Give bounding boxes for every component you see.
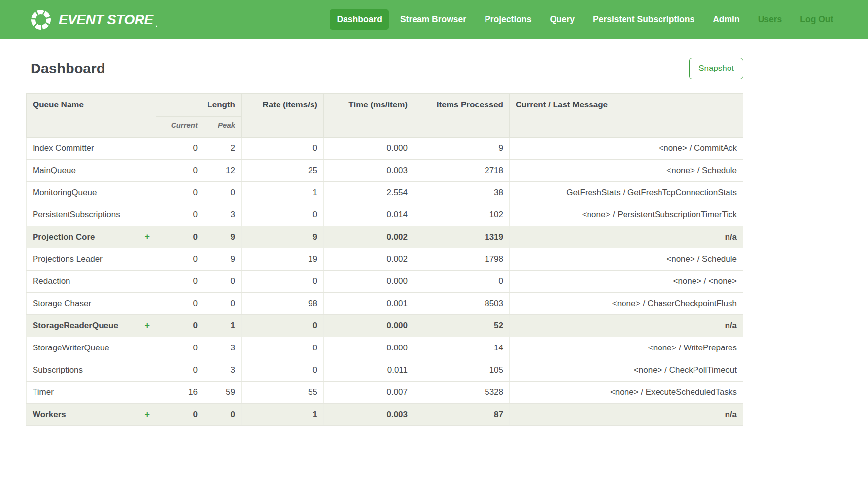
length-peak-cell: 59 bbox=[204, 382, 242, 404]
header-length: Length bbox=[156, 94, 242, 117]
header-time: Time (ms/item) bbox=[324, 94, 414, 138]
table-row: StorageReaderQueue+0100.00052n/a bbox=[27, 315, 743, 337]
queue-name-label: Projection Core bbox=[33, 232, 95, 242]
time-cell: 0.002 bbox=[324, 226, 414, 248]
nav-item-log-out[interactable]: Log Out bbox=[793, 9, 840, 30]
length-current-cell: 0 bbox=[156, 138, 204, 160]
header-peak: Peak bbox=[204, 117, 242, 138]
queue-name-cell: PersistentSubscriptions bbox=[27, 204, 156, 226]
header-current: Current bbox=[156, 117, 204, 138]
table-header: Queue Name Length Rate (items/s) Time (m… bbox=[27, 94, 743, 138]
top-navbar: EVENT STORE . DashboardStream BrowserPro… bbox=[0, 0, 868, 39]
time-cell: 0.000 bbox=[324, 138, 414, 160]
event-store-logo-icon bbox=[30, 8, 52, 31]
queue-name-cell: Storage Chaser bbox=[27, 293, 156, 315]
items-processed-cell: 52 bbox=[414, 315, 510, 337]
expand-plus-icon[interactable]: + bbox=[144, 321, 150, 330]
length-peak-cell: 3 bbox=[204, 204, 242, 226]
items-processed-cell: 105 bbox=[414, 359, 510, 382]
message-cell: <none> / Schedule bbox=[510, 248, 743, 271]
table-row: Subscriptions0300.011105<none> / CheckPo… bbox=[27, 359, 743, 382]
main-nav: DashboardStream BrowserProjectionsQueryP… bbox=[330, 9, 840, 30]
length-peak-cell: 9 bbox=[204, 248, 242, 271]
length-current-cell: 0 bbox=[156, 204, 204, 226]
items-processed-cell: 87 bbox=[414, 404, 510, 426]
expand-plus-icon[interactable]: + bbox=[144, 410, 150, 418]
message-cell: n/a bbox=[510, 315, 743, 337]
length-current-cell: 0 bbox=[156, 315, 204, 337]
length-current-cell: 0 bbox=[156, 337, 204, 359]
queue-name-cell: Projection Core+ bbox=[27, 226, 156, 248]
length-peak-cell: 3 bbox=[204, 359, 242, 382]
page-header: Dashboard Snapshot bbox=[26, 58, 743, 79]
table-row: Storage Chaser00980.0018503<none> / Chas… bbox=[27, 293, 743, 315]
queue-name-cell: StorageReaderQueue+ bbox=[27, 315, 156, 337]
queue-name-label: Projections Leader bbox=[33, 254, 103, 264]
rate-cell: 0 bbox=[242, 359, 324, 382]
queue-name-cell: Index Committer bbox=[27, 138, 156, 160]
dashboard-page: Dashboard Snapshot Queue Name Length Rat… bbox=[0, 39, 868, 426]
expand-plus-icon[interactable]: + bbox=[144, 232, 150, 241]
length-peak-cell: 12 bbox=[204, 160, 242, 182]
rate-cell: 0 bbox=[242, 337, 324, 359]
length-current-cell: 16 bbox=[156, 382, 204, 404]
table-row: Redaction0000.0000<none> / <none> bbox=[27, 271, 743, 293]
queue-name-cell: Workers+ bbox=[27, 404, 156, 426]
message-cell: <none> / WritePrepares bbox=[510, 337, 743, 359]
message-cell: <none> / <none> bbox=[510, 271, 743, 293]
message-cell: <none> / PersistentSubscriptionTimerTick bbox=[510, 204, 743, 226]
message-cell: n/a bbox=[510, 226, 743, 248]
rate-cell: 0 bbox=[242, 315, 324, 337]
queue-name-cell: MonitoringQueue bbox=[27, 182, 156, 204]
queue-name-label: MonitoringQueue bbox=[33, 188, 97, 197]
snapshot-button[interactable]: Snapshot bbox=[689, 58, 743, 79]
rate-cell: 9 bbox=[242, 226, 324, 248]
queue-stats-table: Queue Name Length Rate (items/s) Time (m… bbox=[26, 93, 743, 426]
queue-name-cell: StorageWriterQueue bbox=[27, 337, 156, 359]
event-store-logo-dot: . bbox=[156, 20, 158, 28]
queue-name-label: Timer bbox=[33, 387, 54, 397]
message-cell: GetFreshStats / GetFreshTcpConnectionSta… bbox=[510, 182, 743, 204]
rate-cell: 1 bbox=[242, 404, 324, 426]
time-cell: 0.002 bbox=[324, 248, 414, 271]
table-row: Projection Core+0990.0021319n/a bbox=[27, 226, 743, 248]
rate-cell: 19 bbox=[242, 248, 324, 271]
message-cell: <none> / Schedule bbox=[510, 160, 743, 182]
nav-item-admin[interactable]: Admin bbox=[706, 9, 746, 30]
nav-item-persistent-subscriptions[interactable]: Persistent Subscriptions bbox=[586, 9, 701, 30]
time-cell: 0.011 bbox=[324, 359, 414, 382]
nav-item-projections[interactable]: Projections bbox=[478, 9, 538, 30]
items-processed-cell: 102 bbox=[414, 204, 510, 226]
nav-item-dashboard[interactable]: Dashboard bbox=[330, 9, 388, 30]
queue-name-label: StorageWriterQueue bbox=[33, 343, 109, 352]
rate-cell: 25 bbox=[242, 160, 324, 182]
table-row: MainQueue012250.0032718<none> / Schedule bbox=[27, 160, 743, 182]
queue-name-label: MainQueue bbox=[33, 166, 76, 175]
event-store-logo[interactable]: EVENT STORE . bbox=[30, 8, 157, 31]
items-processed-cell: 2718 bbox=[414, 160, 510, 182]
time-cell: 0.003 bbox=[324, 404, 414, 426]
length-peak-cell: 3 bbox=[204, 337, 242, 359]
rate-cell: 98 bbox=[242, 293, 324, 315]
queue-name-cell: Projections Leader bbox=[27, 248, 156, 271]
table-row: Projections Leader09190.0021798<none> / … bbox=[27, 248, 743, 271]
length-current-cell: 0 bbox=[156, 182, 204, 204]
rate-cell: 1 bbox=[242, 182, 324, 204]
message-cell: <none> / ChaserCheckpointFlush bbox=[510, 293, 743, 315]
time-cell: 0.007 bbox=[324, 382, 414, 404]
message-cell: <none> / CommitAck bbox=[510, 138, 743, 160]
length-peak-cell: 0 bbox=[204, 404, 242, 426]
length-current-cell: 0 bbox=[156, 293, 204, 315]
rate-cell: 0 bbox=[242, 138, 324, 160]
items-processed-cell: 5328 bbox=[414, 382, 510, 404]
time-cell: 0.003 bbox=[324, 160, 414, 182]
header-queue-name: Queue Name bbox=[27, 94, 156, 138]
rate-cell: 0 bbox=[242, 271, 324, 293]
nav-item-query[interactable]: Query bbox=[543, 9, 582, 30]
nav-item-stream-browser[interactable]: Stream Browser bbox=[393, 9, 473, 30]
nav-item-users[interactable]: Users bbox=[751, 9, 789, 30]
time-cell: 0.014 bbox=[324, 204, 414, 226]
queue-name-label: PersistentSubscriptions bbox=[33, 210, 120, 219]
queue-name-cell: MainQueue bbox=[27, 160, 156, 182]
length-peak-cell: 2 bbox=[204, 138, 242, 160]
